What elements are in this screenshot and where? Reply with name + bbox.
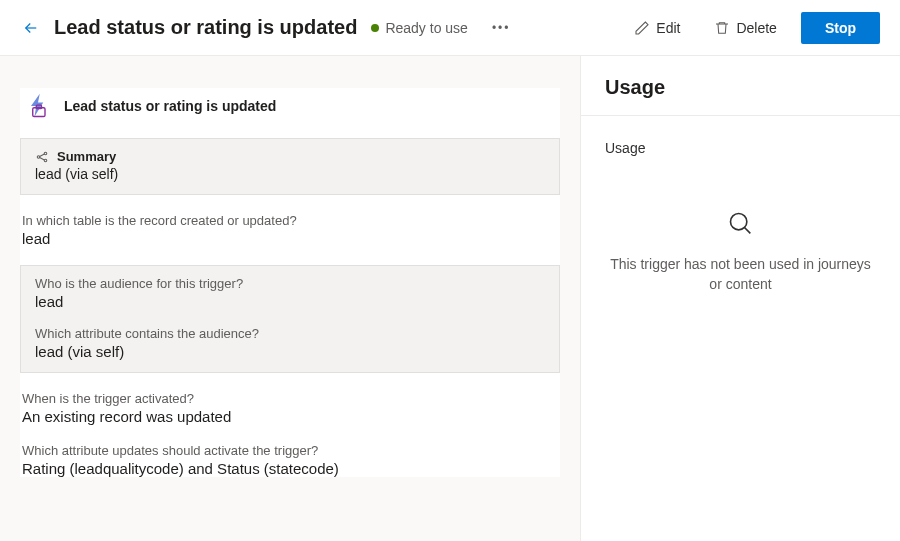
table-label: In which table is the record created or …: [22, 213, 558, 228]
status-dot-icon: [371, 24, 379, 32]
summary-value: lead (via self): [35, 166, 545, 182]
page-body: Lead status or rating is updated Summary…: [0, 56, 900, 541]
usage-title: Usage: [605, 76, 876, 99]
trigger-bolt-icon: [24, 92, 52, 120]
activation-label: When is the trigger activated?: [22, 391, 558, 406]
pencil-icon: [634, 20, 650, 36]
trash-icon: [714, 20, 730, 36]
usage-panel-content: Usage This trigger has not been used in …: [581, 116, 900, 318]
back-arrow-icon[interactable]: [22, 19, 40, 37]
edit-label: Edit: [656, 20, 680, 36]
card-header: Lead status or rating is updated: [20, 88, 560, 138]
attributes-block: Which attribute updates should activate …: [20, 443, 560, 477]
activation-value: An existing record was updated: [22, 408, 558, 425]
usage-panel-header: Usage: [581, 56, 900, 116]
magnifier-icon: [727, 210, 755, 238]
activation-block: When is the trigger activated? An existi…: [20, 391, 560, 425]
stop-button[interactable]: Stop: [801, 12, 880, 44]
trigger-card: Lead status or rating is updated Summary…: [20, 88, 560, 477]
summary-header: Summary: [35, 149, 545, 164]
delete-button[interactable]: Delete: [704, 14, 786, 42]
attributes-label: Which attribute updates should activate …: [22, 443, 558, 458]
main-panel: Lead status or rating is updated Summary…: [0, 56, 580, 541]
audience-who-value: lead: [35, 293, 545, 310]
card-title: Lead status or rating is updated: [64, 98, 276, 114]
page-header: Lead status or rating is updated Ready t…: [0, 0, 900, 56]
svg-point-2: [37, 155, 40, 158]
status-label: Ready to use: [385, 20, 468, 36]
summary-label: Summary: [57, 149, 116, 164]
more-actions-icon[interactable]: •••: [488, 17, 515, 39]
audience-who-label: Who is the audience for this trigger?: [35, 276, 545, 291]
summary-box: Summary lead (via self): [20, 138, 560, 195]
usage-empty-text: This trigger has not been used in journe…: [605, 255, 876, 294]
audience-attr-label: Which attribute contains the audience?: [35, 326, 545, 341]
usage-section-label: Usage: [605, 140, 876, 156]
table-block: In which table is the record created or …: [20, 213, 560, 247]
edit-button[interactable]: Edit: [624, 14, 690, 42]
svg-point-5: [730, 214, 746, 230]
share-nodes-icon: [35, 150, 49, 164]
svg-point-4: [44, 159, 47, 162]
audience-attr-value: lead (via self): [35, 343, 545, 360]
audience-box: Who is the audience for this trigger? le…: [20, 265, 560, 373]
delete-label: Delete: [736, 20, 776, 36]
table-value: lead: [22, 230, 558, 247]
status-pill: Ready to use: [371, 20, 468, 36]
usage-empty-state: This trigger has not been used in journe…: [605, 210, 876, 294]
attributes-value: Rating (leadqualitycode) and Status (sta…: [22, 460, 558, 477]
page-title: Lead status or rating is updated: [54, 16, 357, 39]
usage-panel: Usage Usage This trigger has not been us…: [580, 56, 900, 541]
svg-point-3: [44, 152, 47, 155]
